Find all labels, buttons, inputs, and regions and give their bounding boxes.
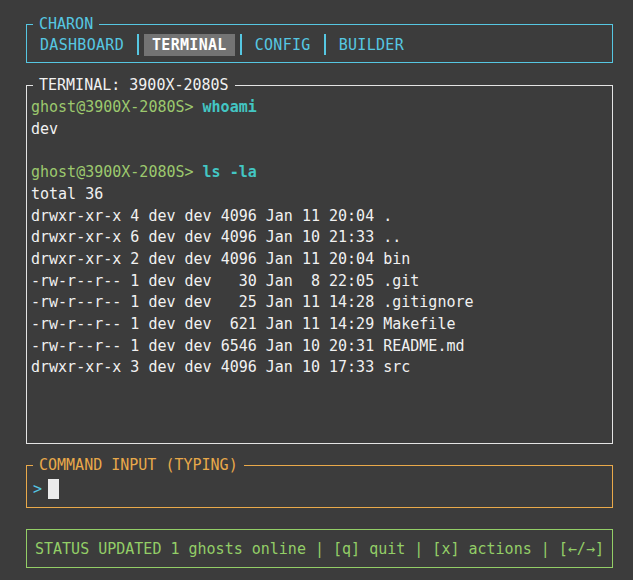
nav-panel: CHARON DASHBOARD TERMINAL CONFIG BUILDER bbox=[26, 24, 613, 63]
terminal-output[interactable]: ghost@3900X-2080S>whoami dev ghost@3900X… bbox=[27, 86, 612, 379]
shell-prompt: ghost@3900X-2080S> bbox=[31, 98, 194, 116]
status-bar: STATUS UPDATED 1 ghosts online | [q] qui… bbox=[26, 529, 613, 568]
terminal-line: -rw-r--r-- 1 dev dev 25 Jan 11 14:28 .gi… bbox=[31, 292, 606, 314]
tab-bar: DASHBOARD TERMINAL CONFIG BUILDER bbox=[27, 25, 612, 62]
app-root: CHARON DASHBOARD TERMINAL CONFIG BUILDER… bbox=[0, 0, 633, 580]
shell-command: whoami bbox=[203, 98, 257, 116]
input-prompt: > bbox=[33, 479, 42, 499]
status-text: STATUS UPDATED 1 ghosts online | [q] qui… bbox=[27, 530, 612, 567]
tab-divider bbox=[137, 34, 139, 55]
terminal-panel: TERMINAL: 3900X-2080S ghost@3900X-2080S>… bbox=[26, 85, 613, 444]
terminal-line: ghost@3900X-2080S>whoami bbox=[31, 97, 606, 119]
terminal-line bbox=[31, 140, 606, 162]
terminal-line: -rw-r--r-- 1 dev dev 6546 Jan 10 20:31 R… bbox=[31, 336, 606, 358]
tab-divider bbox=[240, 34, 242, 55]
shell-prompt: ghost@3900X-2080S> bbox=[31, 163, 194, 181]
terminal-line: drwxr-xr-x 4 dev dev 4096 Jan 11 20:04 . bbox=[31, 206, 606, 228]
tab-builder[interactable]: BUILDER bbox=[331, 34, 412, 56]
command-input-panel: COMMAND INPUT (TYPING) > bbox=[26, 465, 613, 508]
tab-dashboard[interactable]: DASHBOARD bbox=[32, 34, 132, 56]
tab-divider bbox=[324, 34, 326, 55]
tab-terminal[interactable]: TERMINAL bbox=[144, 34, 235, 56]
terminal-line: ghost@3900X-2080S>ls -la bbox=[31, 162, 606, 184]
terminal-line: -rw-r--r-- 1 dev dev 30 Jan 8 22:05 .git bbox=[31, 271, 606, 293]
shell-command: ls -la bbox=[203, 163, 257, 181]
terminal-line: drwxr-xr-x 3 dev dev 4096 Jan 10 17:33 s… bbox=[31, 357, 606, 379]
tab-config[interactable]: CONFIG bbox=[247, 34, 319, 56]
command-input-title: COMMAND INPUT (TYPING) bbox=[33, 457, 244, 473]
app-title: CHARON bbox=[33, 16, 99, 32]
text-cursor bbox=[48, 479, 59, 499]
terminal-line: dev bbox=[31, 119, 606, 141]
terminal-panel-title: TERMINAL: 3900X-2080S bbox=[33, 77, 235, 93]
terminal-line: drwxr-xr-x 6 dev dev 4096 Jan 10 21:33 .… bbox=[31, 227, 606, 249]
terminal-line: -rw-r--r-- 1 dev dev 621 Jan 11 14:29 Ma… bbox=[31, 314, 606, 336]
terminal-line: drwxr-xr-x 2 dev dev 4096 Jan 11 20:04 b… bbox=[31, 249, 606, 271]
terminal-line: total 36 bbox=[31, 184, 606, 206]
